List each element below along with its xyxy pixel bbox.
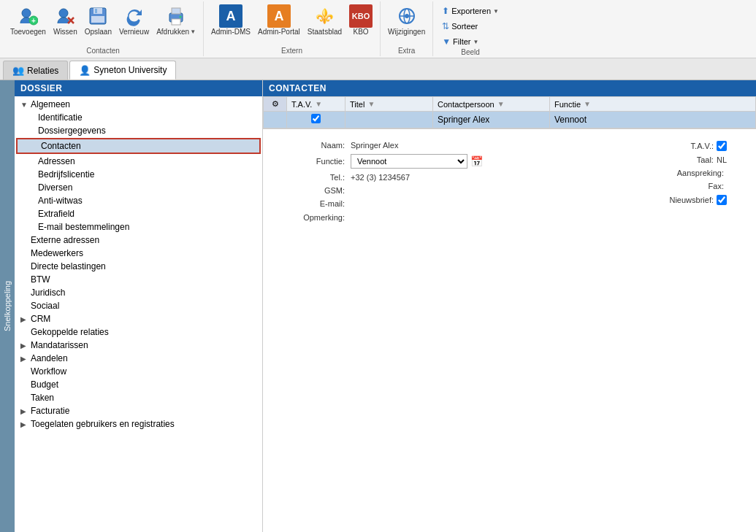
detail-tel-value: +32 (3) 1234567 xyxy=(351,173,410,182)
wijzigingen-button[interactable]: Wijzigingen xyxy=(385,3,428,37)
tree-item-bedrijfslicentie[interactable]: Bedrijfslicentie xyxy=(15,168,262,181)
kbo-button[interactable]: KBO KBO xyxy=(346,3,375,37)
vernieuw-button[interactable]: Vernieuw xyxy=(116,3,152,37)
detail-fax-row: Fax: xyxy=(595,182,727,190)
toevoegen-icon: + xyxy=(16,4,39,28)
svg-point-17 xyxy=(405,14,409,18)
tab-syneton[interactable]: 👤 Syneton University xyxy=(69,61,176,80)
filter-titel-icon[interactable]: ▼ xyxy=(367,100,375,108)
expand-arrow-crm: ▶ xyxy=(20,315,29,323)
detail-taal-row: Taal: NL xyxy=(595,155,727,164)
filter-icon: ▼ xyxy=(442,36,451,47)
contacten-header: CONTACTEN xyxy=(263,80,756,96)
toolbar-group-extern: A Admin-DMS A Admin-Portal ⚜️ Staatsblad… xyxy=(204,1,381,56)
tree-item-budget[interactable]: Budget xyxy=(15,378,262,391)
detail-nieuwsbrief-row: Nieuwsbrief: xyxy=(595,195,727,205)
detail-gsm-row: GSM: xyxy=(292,186,551,195)
extern-group-label: Extern xyxy=(208,47,375,56)
tree-item-toegelaten[interactable]: ▶ Toegelaten gebruikers en registraties xyxy=(15,417,262,431)
afdrukken-label: Afdrukken xyxy=(156,28,189,36)
exporteren-button[interactable]: ⬆ Exporteren ▼ xyxy=(438,4,503,18)
detail-taal-value: NL xyxy=(717,155,727,164)
tree-item-externe-adressen[interactable]: Externe adressen xyxy=(15,234,262,247)
tree-item-contacten[interactable]: Contacten xyxy=(16,138,261,154)
opslaan-button[interactable]: Opslaan xyxy=(82,3,115,37)
settings-gear-icon: ⚙ xyxy=(272,99,279,108)
tree-item-algemeen[interactable]: ▼ Algemeen xyxy=(15,98,262,111)
tree-item-directe-belastingen[interactable]: Directe belastingen xyxy=(15,260,262,273)
toolbar: + Toevoegen Wissen Opslaan Ver xyxy=(0,0,756,58)
tav-checkbox[interactable] xyxy=(311,114,321,123)
wijzigingen-icon xyxy=(395,4,419,28)
cell-titel xyxy=(345,112,433,128)
detail-tav-label: T.A.V.: xyxy=(691,142,714,150)
admin-dms-button[interactable]: A Admin-DMS xyxy=(208,3,253,37)
exporteren-label: Exporteren xyxy=(451,7,491,15)
kbo-icon: KBO xyxy=(349,4,373,28)
detail-functie-row: Functie: Vennoot 📅 xyxy=(292,154,551,169)
detail-email-row: E-mail: xyxy=(292,199,551,208)
tree-item-identificatie[interactable]: Identificatie xyxy=(15,111,262,124)
col-titel: Titel ▼ xyxy=(345,97,433,112)
tree-item-crm[interactable]: ▶ CRM xyxy=(15,312,262,325)
afdrukken-button[interactable]: Afdrukken ▼ xyxy=(153,3,199,37)
svg-rect-12 xyxy=(172,19,180,25)
snelkoppeling[interactable]: Snelkoppeling xyxy=(0,80,15,532)
tree-item-btw[interactable]: BTW xyxy=(15,273,262,286)
filter-functie-icon[interactable]: ▼ xyxy=(584,100,591,108)
admin-dms-label: Admin-DMS xyxy=(211,28,251,36)
tree-item-sociaal[interactable]: Sociaal xyxy=(15,299,262,312)
tree-item-email-bestemm[interactable]: E-mail bestemmelingen xyxy=(15,220,262,234)
toevoegen-button[interactable]: + Toevoegen xyxy=(7,3,49,37)
functie-calendar-icon[interactable]: 📅 xyxy=(470,155,483,167)
admin-portal-label: Admin-Portal xyxy=(258,28,300,36)
detail-opmerking-row: Opmerking: xyxy=(292,212,551,222)
tree-item-anti-witwas[interactable]: Anti-witwas xyxy=(15,194,262,207)
wissen-button[interactable]: Wissen xyxy=(50,3,80,37)
wissen-icon xyxy=(53,4,77,28)
staatsblad-button[interactable]: ⚜️ Staatsblad xyxy=(305,3,345,37)
tree-item-aandelen[interactable]: ▶ Aandelen xyxy=(15,352,262,365)
tree-item-gekoppelde-relaties[interactable]: Gekoppelde relaties xyxy=(15,325,262,339)
tree-item-workflow[interactable]: Workflow xyxy=(15,365,262,378)
svg-rect-9 xyxy=(91,16,104,23)
table-row[interactable]: Springer Alex Vennoot xyxy=(264,112,756,128)
admin-portal-icon: A xyxy=(267,4,291,28)
detail-functie-label: Functie: xyxy=(292,157,351,166)
tree-item-medewerkers[interactable]: Medewerkers xyxy=(15,247,262,260)
sorteer-button[interactable]: ⇅ Sorteer xyxy=(438,20,503,33)
beeld-group-label: Beeld xyxy=(438,48,503,58)
dossier-panel: DOSSIER ▼ Algemeen Identificatie Dossier… xyxy=(15,80,263,532)
kbo-label: KBO xyxy=(354,28,369,36)
admin-portal-button[interactable]: A Admin-Portal xyxy=(255,3,303,37)
cell-tav xyxy=(287,112,345,128)
tree-item-diversen[interactable]: Diversen xyxy=(15,181,262,194)
col-functie: Functie ▼ xyxy=(550,97,756,112)
expand-arrow-facturatie: ▶ xyxy=(20,407,29,415)
contacten-table: ⚙ T.A.V. ▼ Titel ▼ xyxy=(263,96,756,128)
afdrukken-dropdown[interactable]: ▼ xyxy=(190,28,196,35)
tab-relaties[interactable]: 👥 Relaties xyxy=(3,61,68,80)
detail-area: Naam: Springer Alex Functie: Vennoot 📅 xyxy=(263,129,756,532)
sorteer-icon: ⇅ xyxy=(442,21,449,31)
tree-item-dossiergegevens[interactable]: Dossiergegevens xyxy=(15,124,262,137)
tree-item-juridisch[interactable]: Juridisch xyxy=(15,286,262,299)
filter-button[interactable]: ▼ Filter ▼ xyxy=(438,35,503,48)
filter-contactpersoon-icon[interactable]: ▼ xyxy=(497,100,505,108)
tree-item-taken[interactable]: Taken xyxy=(15,391,262,404)
tree-item-facturatie[interactable]: ▶ Facturatie xyxy=(15,404,262,417)
col-settings[interactable]: ⚙ xyxy=(264,97,287,112)
contacten-group-label: Contacten xyxy=(7,47,199,56)
detail-nieuwsbrief-label: Nieuwsbrief: xyxy=(669,196,714,204)
tree-item-mandatarissen[interactable]: ▶ Mandatarissen xyxy=(15,339,262,352)
filter-tav-icon[interactable]: ▼ xyxy=(315,100,322,108)
tree-item-adressen[interactable]: Adressen xyxy=(15,155,262,168)
nieuwsbrief-checkbox[interactable] xyxy=(717,195,727,205)
tab-relaties-label: Relaties xyxy=(27,66,58,76)
expand-arrow-toegelaten: ▶ xyxy=(20,420,29,428)
tav-detail-checkbox[interactable] xyxy=(717,141,727,151)
functie-select[interactable]: Vennoot xyxy=(351,154,467,169)
toevoegen-label: Toevoegen xyxy=(10,28,46,36)
tree-item-extrafield[interactable]: Extrafield xyxy=(15,207,262,220)
wijzigingen-label: Wijzigingen xyxy=(388,28,425,36)
